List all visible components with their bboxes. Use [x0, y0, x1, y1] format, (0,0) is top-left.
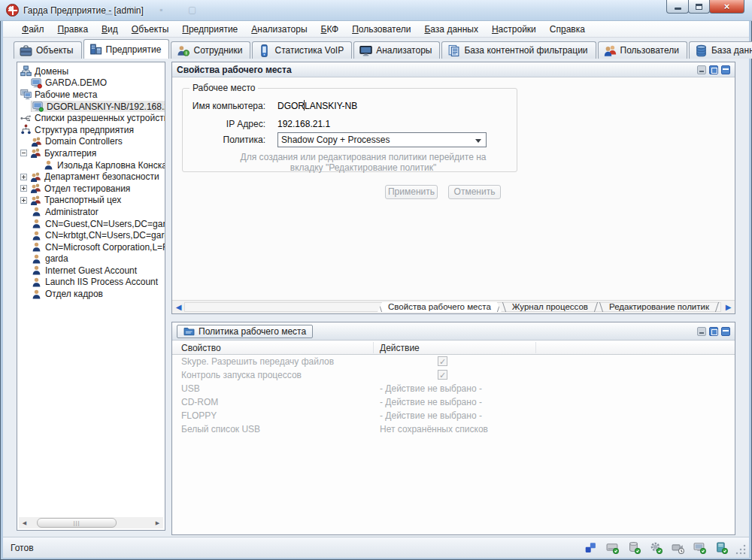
- tree-item-garda-demo[interactable]: GARDA.DEMO: [17, 77, 165, 89]
- panel-minimize-button[interactable]: [697, 327, 706, 336]
- menu-enterprise[interactable]: Предприятие: [175, 23, 244, 36]
- tab-objects[interactable]: Объекты: [14, 41, 82, 59]
- tree-item-allowed-devices[interactable]: Списки разрешенных устройств: [17, 112, 165, 124]
- tree-item-cn-krbtgt[interactable]: CN=krbtgt,CN=Users,DC=garda,D: [17, 229, 165, 241]
- checkbox-checked-disabled[interactable]: [438, 356, 447, 366]
- scrollbar-thumb[interactable]: |||: [37, 518, 117, 528]
- column-property[interactable]: Свойство: [181, 343, 221, 353]
- collapse-icon[interactable]: [20, 150, 27, 156]
- panel-maximize-button[interactable]: [709, 327, 718, 336]
- menu-analyzers[interactable]: Анализаторы: [244, 23, 314, 36]
- resize-grip[interactable]: [735, 544, 746, 555]
- org-structure-icon: [20, 124, 32, 135]
- tree-item-label: Домены: [35, 66, 68, 77]
- tab-enterprise[interactable]: Предприятие: [83, 39, 170, 59]
- tree-item-hr-dept[interactable]: Отдел кадров: [17, 288, 165, 300]
- column-divider[interactable]: [535, 342, 536, 353]
- tree-item-domains[interactable]: Домены: [17, 65, 165, 77]
- tree-item-workstations[interactable]: Рабочие места: [17, 89, 165, 101]
- policy-row-process-control[interactable]: Контроль запуска процессов: [172, 368, 735, 382]
- policy-row-floppy[interactable]: FLOPPY- Действие не выбрано -: [172, 409, 735, 422]
- employee-icon: [177, 44, 190, 57]
- menu-file[interactable]: Файл: [15, 23, 51, 36]
- expand-icon[interactable]: [20, 197, 27, 204]
- tab-database[interactable]: База данных: [689, 41, 752, 59]
- tab-label: Сотрудники: [193, 45, 242, 56]
- menu-edit[interactable]: Правка: [51, 23, 96, 36]
- tree-item-domain-controllers[interactable]: Domain Controllers: [17, 136, 165, 148]
- person-icon: [31, 230, 42, 241]
- panel-title: Свойства рабочего места: [177, 65, 292, 75]
- tree-item-administrator[interactable]: Administrator: [17, 206, 165, 218]
- tree-item-izolda[interactable]: Изольда Карловна Конская: [17, 159, 165, 171]
- menu-view[interactable]: Вид: [95, 23, 125, 36]
- panel-controls: [697, 65, 730, 74]
- tree-item-garda[interactable]: garda: [17, 253, 165, 265]
- scroll-right-icon[interactable]: ▶: [152, 517, 163, 528]
- tree-item-internet-guest[interactable]: Internet Guest Account: [17, 265, 165, 277]
- restore-button[interactable]: [688, 0, 710, 14]
- bottom-tab-process-log[interactable]: Журнал процессов: [502, 302, 599, 312]
- tab-content-filter-db[interactable]: База контентной фильтрации: [441, 41, 596, 59]
- policy-select[interactable]: Shadow Copy + Processes: [277, 132, 487, 147]
- tab-voip-statistics[interactable]: Статистика VoIP: [252, 41, 352, 59]
- policy-row-usb[interactable]: USB- Действие не выбрано -: [172, 382, 735, 395]
- tree-item-security-dept[interactable]: Департамент безопасности: [17, 171, 165, 183]
- tree-item-launch-iis[interactable]: Launch IIS Process Account: [17, 277, 165, 289]
- storage-ok-icon[interactable]: [606, 541, 619, 554]
- tree-item-cn-microsoft[interactable]: CN=Microsoft Corporation,L=Red: [17, 241, 165, 253]
- tab-employees[interactable]: Сотрудники: [171, 41, 250, 59]
- tab-users[interactable]: Пользователи: [598, 41, 687, 59]
- database-ok-icon[interactable]: [628, 541, 641, 554]
- services-ok-icon[interactable]: [650, 541, 663, 554]
- column-action[interactable]: Действие: [380, 343, 420, 353]
- tree-item-label: DGORLANSKIY-NB/192.168.21.1: [47, 101, 165, 112]
- title-bar: Гарда Предприятие - [admin] ▁ ✳ ▪ ▢ ×: [0, 0, 752, 21]
- checkbox-checked-disabled[interactable]: [438, 370, 447, 380]
- expand-icon[interactable]: [20, 185, 27, 192]
- policy-row-skype[interactable]: Skype. Разрешить передачу файлов: [172, 355, 735, 368]
- column-divider[interactable]: [373, 342, 374, 353]
- capture-pending-icon[interactable]: [672, 541, 684, 554]
- policy-row-usb-whitelist[interactable]: Белый список USBНет сохранённых списков: [172, 422, 735, 436]
- menu-users[interactable]: Пользователи: [345, 23, 417, 36]
- scroll-left-icon[interactable]: ◀: [19, 517, 30, 528]
- menu-bkf[interactable]: БКФ: [314, 23, 346, 36]
- tree-horizontal-scrollbar[interactable]: ◀ ||| ▶: [19, 517, 163, 528]
- tree-item-label: Изольда Карловна Конская: [57, 160, 165, 171]
- modules-status-icon[interactable]: [584, 541, 597, 554]
- bottom-tab-workstation-properties[interactable]: Свойства рабочего места: [378, 302, 502, 312]
- apply-button[interactable]: Применить: [385, 185, 438, 199]
- database-icon: [695, 44, 708, 57]
- bottom-tab-policy-editing[interactable]: Редактирование политик: [599, 302, 720, 312]
- menu-help[interactable]: Справка: [543, 23, 592, 36]
- tree-item-dgorlanskiy[interactable]: DGORLANSKIY-NB/192.168.21.1: [17, 101, 165, 113]
- tabs-scroll-left-icon[interactable]: ◀: [174, 302, 183, 312]
- panel-split-button[interactable]: [721, 65, 730, 74]
- tree-item-accounting[interactable]: Бухгалтерия: [17, 147, 165, 159]
- panel-split-button[interactable]: [721, 327, 730, 336]
- menu-bar: Файл Правка Вид Объекты Предприятие Анал…: [3, 21, 749, 38]
- menu-settings[interactable]: Настройки: [485, 23, 543, 36]
- minimize-button[interactable]: [666, 0, 689, 14]
- tree-item-org-structure[interactable]: Структура предприятия: [17, 124, 165, 136]
- tree-item-cn-guest[interactable]: CN=Guest,CN=Users,DC=garda,D: [17, 218, 165, 230]
- reports-ok-icon[interactable]: [715, 541, 728, 554]
- computer-name-value[interactable]: DGORLANSKIY-NB: [277, 101, 357, 111]
- close-button[interactable]: ×: [709, 0, 744, 14]
- policy-row-cdrom[interactable]: CD-ROM- Действие не выбрано -: [172, 395, 735, 409]
- tabs-scroll-right-icon[interactable]: ▶: [723, 302, 733, 312]
- agent-ok-icon[interactable]: [693, 541, 706, 554]
- tree-item-testing-dept[interactable]: Отдел тестирования: [17, 183, 165, 195]
- policy-panel-tab-button[interactable]: Политика рабочего места: [177, 325, 313, 338]
- panel-maximize-button[interactable]: [709, 65, 718, 74]
- panel-minimize-button[interactable]: [697, 65, 706, 74]
- expand-icon[interactable]: [20, 174, 27, 180]
- tab-analyzers[interactable]: Анализаторы: [353, 41, 440, 59]
- menu-objects[interactable]: Объекты: [125, 23, 176, 36]
- cancel-button[interactable]: Отменить: [448, 185, 501, 199]
- user-group-icon: [30, 171, 41, 183]
- tree-item-transport-dept[interactable]: Транспортный цех: [17, 195, 165, 207]
- menu-database[interactable]: База данных: [417, 23, 484, 36]
- person-icon: [31, 241, 42, 253]
